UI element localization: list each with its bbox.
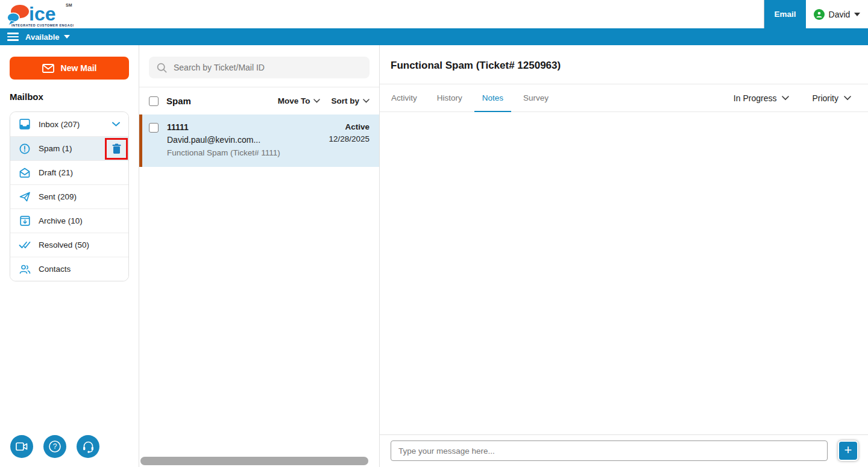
search-box[interactable]	[149, 57, 370, 78]
hamburger-menu-icon[interactable]	[7, 33, 19, 41]
horizontal-scrollbar[interactable]	[140, 457, 368, 465]
sidebar-item-label: Draft (21)	[39, 168, 73, 177]
resolved-icon	[19, 241, 31, 249]
video-call-button[interactable]	[10, 435, 33, 458]
sidebar-item-resolved[interactable]: Resolved (50)	[10, 233, 128, 257]
annotation-highlight-box	[105, 138, 128, 160]
message-input[interactable]	[391, 440, 828, 461]
sidebar-item-label: Contacts	[39, 265, 71, 274]
folder-title: Spam	[166, 96, 191, 106]
main-content: New Mail Mailbox Inbox (207)	[0, 45, 868, 467]
plus-icon: +	[844, 443, 852, 457]
sidebar-item-spam[interactable]: Spam (1)	[10, 136, 128, 160]
svg-text:SM: SM	[66, 3, 72, 7]
user-menu[interactable]: David	[806, 0, 868, 28]
archive-icon	[19, 216, 31, 226]
move-to-label: Move To	[278, 96, 310, 105]
ice-logo-icon: ice SM INTEGRATED CUSTOMER ENGAGEMENT	[6, 2, 74, 28]
svg-text:?: ?	[53, 442, 57, 451]
header-spacer	[74, 0, 764, 28]
svg-text:ice: ice	[29, 3, 55, 25]
tab-activity[interactable]: Activity	[383, 84, 425, 111]
app-window: ice SM INTEGRATED CUSTOMER ENGAGEMENT Em…	[0, 0, 868, 467]
availability-dropdown[interactable]: Available	[25, 33, 70, 42]
tab-label: Notes	[482, 93, 503, 102]
search-input[interactable]	[174, 63, 362, 72]
svg-text:INTEGRATED CUSTOMER ENGAGEMENT: INTEGRATED CUSTOMER ENGAGEMENT	[11, 24, 74, 27]
brand-logo: ice SM INTEGRATED CUSTOMER ENGAGEMENT	[0, 0, 74, 28]
sidebar-item-label: Sent (209)	[39, 192, 77, 201]
new-mail-button[interactable]: New Mail	[10, 57, 129, 80]
sidebar-item-draft[interactable]: Draft (21)	[10, 160, 128, 184]
tab-label: Activity	[391, 93, 417, 102]
sort-by-dropdown[interactable]: Sort by	[331, 96, 370, 105]
sidebar-item-sent[interactable]: Sent (209)	[10, 184, 128, 208]
search-icon	[157, 63, 167, 73]
ticket-title: Functional Spam (Ticket# 1250963)	[391, 60, 857, 72]
help-button[interactable]: ?	[43, 435, 66, 458]
trash-icon[interactable]	[112, 143, 121, 154]
sent-icon	[19, 192, 31, 202]
headset-icon	[82, 440, 95, 453]
contacts-icon	[19, 265, 31, 274]
inbox-icon	[19, 119, 31, 130]
top-header: ice SM INTEGRATED CUSTOMER ENGAGEMENT Em…	[0, 0, 868, 28]
chevron-down-icon	[844, 96, 851, 101]
list-controls: Move To Sort by	[278, 96, 370, 105]
tab-history[interactable]: History	[429, 84, 470, 111]
mailbox-heading: Mailbox	[10, 92, 129, 102]
status-value: In Progress	[734, 93, 777, 103]
notes-content-area	[380, 112, 868, 434]
tab-email[interactable]: Email	[764, 0, 806, 28]
sidebar-item-archive[interactable]: Archive (10)	[10, 208, 128, 233]
priority-dropdown[interactable]: Priority	[812, 93, 851, 103]
folder-list: Inbox (207) Spam (1)	[10, 111, 129, 281]
detail-tabs-row: Activity History Notes Survey In Progres…	[380, 84, 868, 112]
chevron-down-icon	[64, 35, 70, 39]
user-name: David	[829, 10, 851, 19]
chevron-down-icon	[782, 96, 789, 101]
sidebar-item-inbox[interactable]: Inbox (207)	[10, 112, 128, 136]
floating-action-buttons: ?	[10, 435, 99, 458]
select-all-checkbox[interactable]	[149, 96, 159, 106]
ticket-controls: In Progress Priority	[734, 84, 851, 111]
chevron-down-icon	[363, 99, 370, 103]
mail-item-id: 11111	[167, 122, 280, 132]
status-bar: Available	[0, 28, 868, 45]
sidebar-item-label: Resolved (50)	[39, 240, 89, 249]
mail-item-status: Active	[329, 122, 370, 131]
new-mail-label: New Mail	[61, 63, 97, 73]
video-camera-icon	[16, 442, 28, 451]
sidebar-item-label: Archive (10)	[39, 216, 83, 225]
ticket-detail-panel: Functional Spam (Ticket# 1250963) Activi…	[380, 45, 868, 467]
move-to-dropdown[interactable]: Move To	[278, 96, 321, 105]
add-attachment-button[interactable]: +	[838, 440, 858, 461]
chevron-down-icon[interactable]	[112, 122, 120, 127]
sidebar-item-contacts[interactable]: Contacts	[10, 257, 128, 281]
detail-header: Functional Spam (Ticket# 1250963)	[380, 45, 868, 84]
tab-label: Survey	[523, 93, 549, 102]
mail-item-from: David.paul@kevin.com...	[167, 135, 280, 145]
tab-notes[interactable]: Notes	[474, 84, 511, 111]
sort-by-label: Sort by	[331, 96, 359, 105]
message-composer: +	[380, 434, 868, 467]
mail-item-checkbox[interactable]	[149, 123, 159, 133]
tab-label: History	[437, 93, 462, 102]
tab-survey[interactable]: Survey	[515, 84, 556, 111]
draft-icon	[19, 168, 31, 178]
chevron-down-icon	[854, 13, 860, 16]
mail-item-meta: Active 12/28/2025	[329, 122, 370, 167]
mail-list-header: Spam Move To Sort by	[139, 87, 379, 114]
search-area	[139, 45, 379, 87]
person-icon	[816, 11, 823, 18]
mail-item-subject: Functional Spam (Ticket# 1111)	[167, 148, 280, 157]
support-button[interactable]	[77, 435, 99, 458]
sidebar-item-label: Spam (1)	[39, 144, 72, 153]
mail-list-panel: Spam Move To Sort by	[139, 45, 380, 467]
status-dropdown[interactable]: In Progress	[734, 93, 790, 103]
sidebar: New Mail Mailbox Inbox (207)	[0, 45, 139, 467]
mail-item-date: 12/28/2025	[329, 134, 370, 143]
mail-list-item[interactable]: 11111 David.paul@kevin.com... Functional…	[139, 114, 379, 167]
mail-item-main: 11111 David.paul@kevin.com... Functional…	[167, 122, 280, 167]
question-mark-icon: ?	[48, 440, 61, 453]
